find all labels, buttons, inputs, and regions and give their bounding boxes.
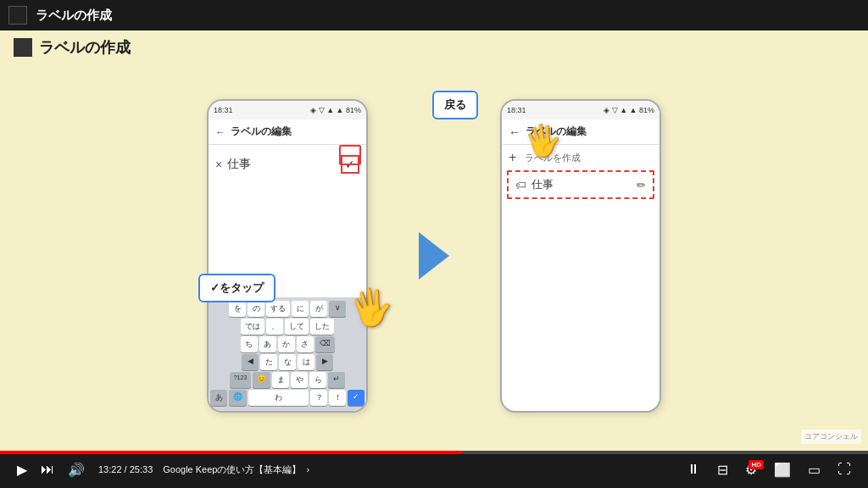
kb-row-1: を の する に が ∨ [210,301,364,317]
kb-key-expand[interactable]: ∨ [329,301,346,317]
kb-right[interactable]: ▶ [316,354,333,370]
left-phone-container: 18:31 ◈ ▽ ▲ ▲ 81% ← ラベルの編集 × 仕事 ✓ [207,99,368,413]
right-phone-status-icons: ◈ ▽ ▲ ▲ 81% [604,106,654,114]
kb-123[interactable]: ?123 [230,372,252,388]
video-title: ラベルの作成 [39,37,131,58]
label-item-icon: 🏷 [515,179,526,191]
kb-check[interactable]: ✓ [348,390,364,406]
kb-key[interactable]: は [298,354,314,370]
left-header-title: ラベルの編集 [231,125,292,139]
progress-bar[interactable] [0,451,462,454]
kb-key[interactable]: が [310,301,327,317]
total-time: 25:33 [130,464,153,474]
kb-return[interactable]: ↵ [328,372,345,388]
left-phone-time: 18:31 [214,106,233,114]
callout-tap-check: ✓をタップ [198,274,275,302]
kb-row-5: ?123 😊 ま や ら ↵ [210,372,364,388]
video-title-bar: ラベルの作成 [0,30,868,61]
left-phone-header: ← ラベルの編集 [209,119,366,145]
miniplayer-button[interactable]: ⬜ [767,462,798,478]
label-item-text: 仕事 [531,177,637,192]
kb-key[interactable]: か [278,336,295,352]
label-edit-pencil[interactable]: ✏ [637,179,646,191]
kb-key[interactable]: ！ [329,390,346,406]
kb-key[interactable]: の [248,301,264,317]
kb-backspace[interactable]: ⌫ [315,336,335,352]
subtitles-button[interactable]: ⊟ [710,462,735,478]
kb-row-3: ち あ か さ ⌫ [210,336,364,352]
edit-row: × 仕事 ✓ [215,152,359,177]
progress-container[interactable] [0,451,868,454]
left-phone-status-icons: ◈ ▽ ▲ ▲ 81% [310,106,361,114]
keyboard: を の する に が ∨ では 、 して した ち [209,297,366,411]
kb-key[interactable]: な [279,354,296,370]
create-label-plus: + [509,150,516,165]
right-back-arrow[interactable]: ← [509,125,520,139]
watermark: コアコンシェル [801,430,861,444]
play-button[interactable]: ▶ [10,462,34,478]
hand-pointer-right: 🖐 [521,119,565,161]
top-bar: ラベルの作成 [0,0,868,30]
left-phone: 18:31 ◈ ▽ ▲ ▲ 81% ← ラベルの編集 × 仕事 ✓ [207,99,368,413]
label-item-row[interactable]: 🏷 仕事 ✏ [507,170,654,199]
current-time: 13:22 [98,464,122,474]
kb-key[interactable]: ら [309,372,326,388]
left-phone-status-bar: 18:31 ◈ ▽ ▲ ▲ 81% [209,101,366,119]
right-phone-status-bar: 18:31 ◈ ▽ ▲ ▲ 81% [502,101,659,119]
kb-hiragana[interactable]: あ [210,390,227,406]
hd-badge-container: ⚙ HD [738,462,764,478]
right-phone-container: 戻る 18:31 ◈ ▽ ▲ ▲ 81% ← ラベルの編集 + ラベルを作成 [500,99,661,413]
video-title-icon [14,38,32,57]
time-display: 13:22 / 25:33 [98,464,153,474]
kb-key[interactable]: 、 [266,319,283,335]
kb-key[interactable]: に [292,301,309,317]
kb-key[interactable]: を [229,301,246,317]
control-bar: ▶ ⏭ 🔊 13:22 / 25:33 Google Keepの使い方【基本編】… [0,451,868,488]
right-controls: ⏸ ⊟ ⚙ HD ⬜ ▭ ⛶ [680,462,858,478]
theater-button[interactable]: ▭ [801,462,827,478]
forward-arrow [419,232,449,280]
hd-badge: HD [748,460,764,469]
chevron-icon: › [306,464,309,474]
skip-button[interactable]: ⏭ [34,462,61,477]
kb-key[interactable]: では [241,319,264,335]
kb-key[interactable]: ？ [310,390,327,406]
callout-back: 戻る [432,91,478,119]
kb-left[interactable]: ◀ [242,354,259,370]
kb-key[interactable]: する [266,301,290,317]
kb-key[interactable]: わ [248,390,309,406]
kb-row-6: あ 🌐 わ ？ ！ ✓ [210,390,364,406]
kb-key[interactable]: して [285,319,309,335]
left-back-arrow[interactable]: ← [215,126,225,138]
video-area: ラベルの作成 18:31 ◈ ▽ ▲ ▲ 81% ← ラベルの編集 × [0,30,868,451]
kb-row-4: ◀ た な は ▶ [210,354,364,370]
kb-key[interactable]: あ [259,336,276,352]
app-icon [8,6,27,25]
pause-button[interactable]: ⏸ [680,462,707,477]
volume-button[interactable]: 🔊 [61,462,92,478]
right-phone-time: 18:31 [507,106,526,114]
fullscreen-button[interactable]: ⛶ [831,462,858,477]
edit-clear-icon[interactable]: × [215,158,222,171]
kb-key[interactable]: ち [241,336,258,352]
kb-key[interactable]: ま [272,372,289,388]
kb-key[interactable]: した [310,319,334,335]
edit-text[interactable]: 仕事 [227,157,336,172]
main-content: 18:31 ◈ ▽ ▲ ▲ 81% ← ラベルの編集 × 仕事 ✓ [0,61,868,451]
kb-row-2: では 、 して した [210,319,364,335]
video-title-ctrl: Google Keepの使い方【基本編】 [163,463,301,476]
hand-pointer-left: 🖐 [346,283,397,331]
kb-key[interactable]: や [291,372,308,388]
kb-key[interactable]: た [260,354,277,370]
check-highlight [339,145,361,165]
kb-globe[interactable]: 🌐 [229,390,247,406]
kb-emoji[interactable]: 😊 [253,372,270,388]
window-title: ラベルの作成 [36,8,112,24]
kb-key[interactable]: さ [297,336,314,352]
